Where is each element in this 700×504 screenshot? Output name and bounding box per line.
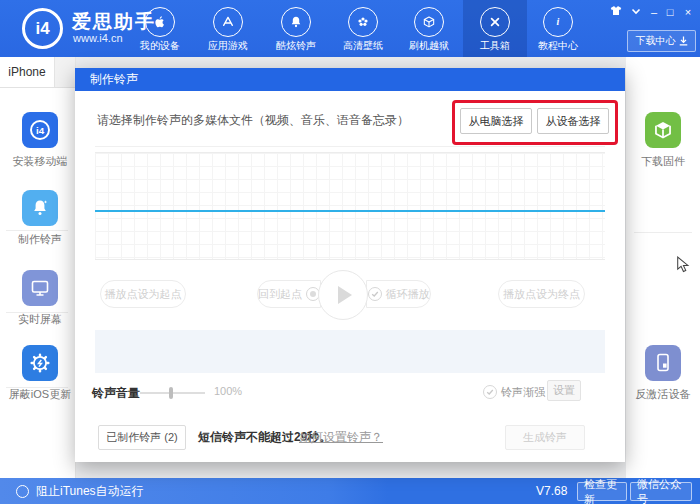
sidebar-item-make-ringtone[interactable]: 制作铃声 bbox=[0, 190, 85, 247]
block-ios-update-icon bbox=[22, 345, 58, 381]
nav-apps-games[interactable]: 应用游戏 bbox=[196, 0, 260, 57]
volume-label: 铃声音量 bbox=[92, 385, 140, 402]
i4-logo-icon: i4 bbox=[22, 8, 63, 49]
made-ringtones-button[interactable]: 已制作铃声 (2) bbox=[98, 425, 186, 450]
fade-check-icon[interactable] bbox=[483, 385, 497, 399]
wechat-account-button[interactable]: 微信公众号 bbox=[630, 482, 692, 501]
check-circle-icon bbox=[368, 287, 382, 301]
nav-wallpapers[interactable]: 高清壁纸 bbox=[331, 0, 395, 57]
nav-label: 高清壁纸 bbox=[331, 39, 395, 53]
make-ringtone-dialog: 制作铃声 × 请选择制作铃声的多媒体文件（视频、音乐、语音备忘录） 从电脑选择 … bbox=[75, 68, 625, 462]
nav-tutorials[interactable]: i 教程中心 bbox=[526, 0, 590, 57]
sidebar-item-label: 下载固件 bbox=[618, 154, 700, 169]
sidebar-item-label: 实时屏幕 bbox=[0, 312, 85, 327]
app-header: i4 爱思助手 www.i4.cn 我的设备 应用游戏 酷炫铃声 高清壁纸 bbox=[0, 0, 700, 57]
skin-icon[interactable] bbox=[608, 5, 624, 19]
set-end-button[interactable]: 播放点设为终点 bbox=[498, 280, 585, 308]
chevron-down-icon[interactable] bbox=[628, 5, 644, 19]
loop-play-button[interactable]: 循环播放 bbox=[366, 280, 431, 308]
download-center-label: 下载中心 bbox=[636, 34, 676, 48]
download-icon bbox=[679, 36, 688, 46]
svg-text:i: i bbox=[557, 16, 560, 27]
sidebar-item-install-mobile[interactable]: i4 安装移动端 bbox=[0, 112, 85, 169]
dialog-title: 制作铃声 bbox=[90, 68, 138, 91]
left-sidebar: iPhone i4 安装移动端 制作铃声 实时屏幕 bbox=[0, 57, 76, 478]
close-icon[interactable]: × bbox=[670, 71, 688, 89]
nav-label: 酷炫铃声 bbox=[264, 39, 328, 53]
nav-toolbox[interactable]: 工具箱 bbox=[463, 0, 527, 57]
how-to-set-ringtone-link[interactable]: 如何设置铃声？ bbox=[299, 429, 383, 446]
wallpaper-icon bbox=[348, 7, 378, 37]
sidebar-item-block-ios-update[interactable]: 屏蔽iOS更新 bbox=[0, 345, 85, 402]
check-update-button[interactable]: 检查更新 bbox=[577, 482, 627, 501]
divider bbox=[95, 146, 605, 147]
firmware-cube-icon bbox=[645, 112, 681, 148]
block-itunes-label[interactable]: 阻止iTunes自动运行 bbox=[36, 478, 144, 504]
back-to-start-label: 回到起点 bbox=[258, 287, 302, 302]
loop-play-label: 循环播放 bbox=[386, 287, 430, 302]
generate-ringtone-button[interactable]: 生成铃声 bbox=[505, 425, 585, 450]
waveform-center-line bbox=[95, 210, 605, 212]
bell-icon bbox=[281, 7, 311, 37]
sidebar-item-label: 安装移动端 bbox=[0, 154, 85, 169]
sidebar-item-label: 制作铃声 bbox=[0, 232, 85, 247]
timeline-overview[interactable] bbox=[95, 330, 605, 373]
select-media-prompt: 请选择制作铃声的多媒体文件（视频、音乐、语音备忘录） bbox=[97, 112, 409, 129]
i4-app-icon: i4 bbox=[22, 112, 58, 148]
nav-flash-jailbreak[interactable]: 刷机越狱 bbox=[397, 0, 461, 57]
jailbreak-icon bbox=[414, 7, 444, 37]
play-button[interactable] bbox=[318, 270, 368, 320]
divider bbox=[634, 232, 692, 233]
waveform-panel[interactable] bbox=[95, 152, 605, 260]
volume-value: 100% bbox=[214, 385, 242, 397]
live-screen-icon bbox=[22, 270, 58, 306]
maximize-button[interactable]: □ bbox=[662, 5, 678, 19]
block-itunes-checkbox[interactable] bbox=[16, 485, 29, 498]
sidebar-item-deactivate-device[interactable]: 反激活设备 bbox=[618, 345, 700, 402]
version-label: V7.68 bbox=[536, 478, 567, 504]
nav-label: 刷机越狱 bbox=[397, 39, 461, 53]
apple-icon bbox=[145, 7, 175, 37]
status-bar: 阻止iTunes自动运行 V7.68 检查更新 微信公众号 bbox=[0, 478, 700, 504]
nav-ringtones[interactable]: 酷炫铃声 bbox=[264, 0, 328, 57]
nav-label: 应用游戏 bbox=[196, 39, 260, 53]
minimize-button[interactable]: – bbox=[646, 5, 662, 19]
back-to-start-button[interactable]: 回到起点 bbox=[257, 280, 321, 308]
volume-slider-handle[interactable] bbox=[169, 387, 173, 399]
set-start-label: 播放点设为起点 bbox=[105, 287, 182, 302]
nav-my-device[interactable]: 我的设备 bbox=[128, 0, 192, 57]
set-end-label: 播放点设为终点 bbox=[503, 287, 580, 302]
toolbox-icon bbox=[480, 7, 510, 37]
download-center-button[interactable]: 下载中心 bbox=[627, 30, 696, 52]
fade-settings-button[interactable]: 设置 bbox=[547, 380, 581, 401]
tutorial-info-icon: i bbox=[543, 7, 573, 37]
sidebar-item-live-screen[interactable]: 实时屏幕 bbox=[0, 270, 85, 327]
mouse-cursor bbox=[676, 256, 690, 278]
sidebar-item-label: 屏蔽iOS更新 bbox=[0, 387, 85, 402]
tab-iphone[interactable]: iPhone bbox=[0, 57, 55, 87]
app-url: www.i4.cn bbox=[73, 32, 123, 44]
close-window-button[interactable]: × bbox=[680, 5, 696, 19]
app-window: i4 爱思助手 www.i4.cn 我的设备 应用游戏 酷炫铃声 高清壁纸 bbox=[0, 0, 700, 504]
sidebar-item-label: 反激活设备 bbox=[618, 387, 700, 402]
set-start-button[interactable]: 播放点设为起点 bbox=[100, 280, 186, 308]
nav-label: 我的设备 bbox=[128, 39, 192, 53]
deactivate-device-icon bbox=[645, 345, 681, 381]
dialog-titlebar: 制作铃声 × bbox=[75, 68, 625, 91]
annotation-red-box bbox=[452, 100, 618, 145]
play-icon bbox=[338, 286, 352, 304]
svg-text:i4: i4 bbox=[36, 125, 45, 136]
nav-label: 工具箱 bbox=[463, 39, 527, 53]
sidebar-item-download-firmware[interactable]: 下载固件 bbox=[618, 112, 700, 169]
nav-label: 教程中心 bbox=[526, 39, 590, 53]
ringtone-bell-icon bbox=[22, 190, 58, 226]
appstore-icon bbox=[213, 7, 243, 37]
